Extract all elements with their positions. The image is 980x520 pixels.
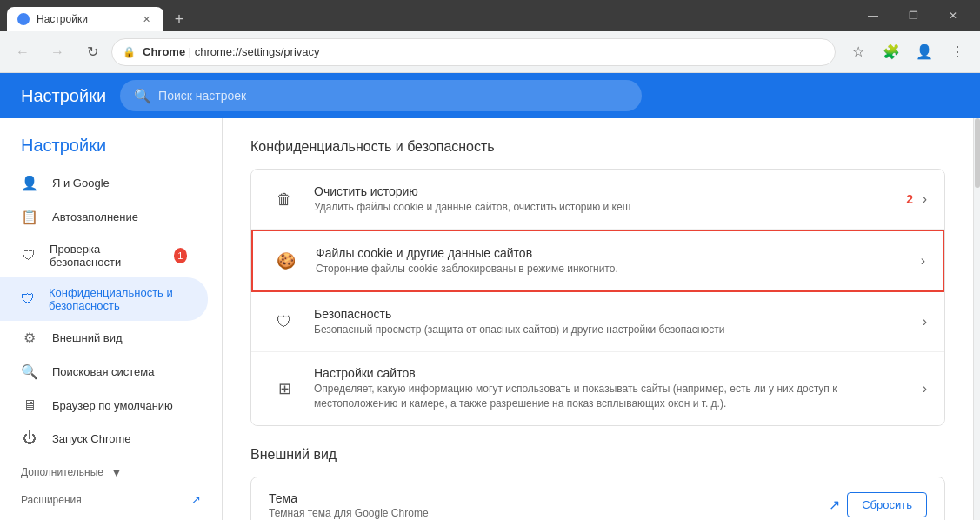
extensions-link-icon[interactable]: ↗: [191, 493, 201, 506]
launch-icon: ⏻: [21, 430, 38, 446]
site-settings-row[interactable]: ⊞ Настройки сайтов Определяет, какую инф…: [251, 352, 944, 425]
tab-close-button[interactable]: ✕: [139, 12, 153, 26]
title-bar: Настройки ✕ + — ❐ ✕: [0, 0, 980, 31]
sidebar-title: Настройки: [0, 125, 222, 166]
external-link-icon[interactable]: ↗: [829, 497, 840, 513]
cookies-desc: Сторонние файлы cookie заблокированы в р…: [316, 262, 910, 277]
tab-favicon: [17, 13, 30, 25]
clear-history-desc: Удалить файлы cookie и данные сайтов, оч…: [314, 200, 912, 215]
browser-toolbar: ← → ↻ 🔒 Chrome | chrome://settings/priva…: [0, 31, 980, 73]
cookie-icon: 🍪: [270, 245, 302, 277]
privacy-icon: 🛡: [21, 291, 35, 307]
settings-header-title: Настройки: [21, 86, 106, 106]
browser-tab[interactable]: Настройки ✕: [7, 7, 163, 31]
new-tab-button[interactable]: +: [167, 7, 191, 31]
expand-icon[interactable]: ▼: [110, 465, 123, 479]
sidebar-label-privacy: Конфиденциальность и безопасность: [49, 286, 187, 312]
star-button[interactable]: ☆: [843, 37, 874, 68]
sidebar-label-security-check: Проверка безопасности: [50, 243, 157, 269]
sidebar-item-security-check[interactable]: 🛡 Проверка безопасности 1: [0, 234, 208, 277]
appearance-section-title: Внешний вид: [250, 447, 945, 463]
sidebar-section-advanced: Дополнительные ▼: [0, 455, 222, 483]
default-browser-icon: 🖥: [21, 397, 38, 413]
site-settings-desc: Определяет, какую информацию могут испол…: [314, 382, 912, 411]
advanced-label: Дополнительные: [21, 466, 103, 478]
privacy-section-title: Конфиденциальность и безопасность: [250, 139, 945, 155]
sidebar-item-appearance[interactable]: ⚙ Внешний вид: [0, 321, 208, 355]
security-row[interactable]: 🛡 Безопасность Безопасный просмотр (защи…: [251, 292, 944, 352]
theme-desc: Темная тема для Google Chrome: [269, 507, 829, 519]
search-engine-icon: 🔍: [21, 363, 38, 380]
sidebar-label-launch: Запуск Chrome: [52, 432, 131, 445]
appearance-settings-card: Тема Темная тема для Google Chrome ↗ Сбр…: [250, 477, 945, 520]
extensions-label: Расширения: [21, 494, 82, 506]
autofill-icon: 📋: [21, 209, 38, 225]
security-icon: 🛡: [269, 306, 300, 337]
cookies-row[interactable]: 🍪 Файлы cookie и другие данные сайтов Ст…: [251, 230, 944, 292]
clear-history-title: Очистить историю: [314, 184, 912, 198]
arrow-icon-3: ›: [923, 314, 927, 330]
search-bar[interactable]: 🔍: [120, 80, 642, 111]
forward-button[interactable]: →: [42, 37, 73, 68]
cookies-title: Файлы cookie и другие данные сайтов: [316, 246, 910, 260]
reload-button[interactable]: ↻: [77, 37, 108, 68]
sidebar-item-privacy[interactable]: 🛡 Конфиденциальность и безопасность: [0, 277, 208, 321]
theme-title: Тема: [269, 491, 829, 505]
sidebar: Настройки 👤 Я и Google 📋 Автозаполнение …: [0, 118, 223, 520]
url-text: Chrome | chrome://settings/privacy: [143, 45, 824, 58]
extensions-button[interactable]: 🧩: [876, 37, 907, 68]
address-bar[interactable]: 🔒 Chrome | chrome://settings/privacy: [111, 38, 836, 66]
security-check-icon: 🛡: [21, 248, 36, 263]
arrow-icon-2: ›: [921, 253, 925, 269]
scrollbar-thumb[interactable]: [975, 118, 980, 188]
url-site: Chrome: [143, 45, 185, 58]
cookies-content: Файлы cookie и другие данные сайтов Стор…: [316, 246, 910, 277]
settings-header-bar: Настройки 🔍: [0, 73, 980, 118]
url-separator: |: [189, 45, 195, 58]
tab-title: Настройки: [37, 13, 88, 25]
back-button[interactable]: ←: [7, 37, 38, 68]
content-area: Конфиденциальность и безопасность 🗑 Очис…: [223, 118, 973, 520]
main-layout: Настройки 👤 Я и Google 📋 Автозаполнение …: [0, 118, 980, 520]
appearance-icon: ⚙: [21, 330, 38, 346]
lock-icon: 🔒: [123, 46, 136, 58]
arrow-icon-4: ›: [923, 381, 927, 397]
restore-button[interactable]: ❐: [893, 3, 933, 28]
sidebar-label-autofill: Автозаполнение: [52, 210, 138, 223]
arrow-icon: ›: [923, 191, 927, 207]
security-badge: 1: [174, 248, 187, 263]
sidebar-item-search[interactable]: 🔍 Поисковая система: [0, 355, 208, 389]
sidebar-item-google[interactable]: 👤 Я и Google: [0, 166, 208, 200]
theme-actions: ↗ Сбросить: [829, 492, 927, 517]
sidebar-item-default-browser[interactable]: 🖥 Браузер по умолчанию: [0, 389, 208, 422]
badge-2: 2: [906, 192, 913, 206]
toolbar-actions: ☆ 🧩 👤 ⋮: [843, 37, 973, 68]
close-button[interactable]: ✕: [933, 3, 973, 28]
search-icon: 🔍: [134, 88, 151, 104]
sidebar-label-appearance: Внешний вид: [52, 331, 123, 344]
url-path: chrome://settings/privacy: [195, 45, 320, 58]
sidebar-label-google: Я и Google: [52, 177, 110, 190]
clear-history-row[interactable]: 🗑 Очистить историю Удалить файлы cookie …: [251, 170, 944, 230]
site-settings-title: Настройки сайтов: [314, 366, 912, 380]
site-settings-content: Настройки сайтов Определяет, какую инфор…: [314, 366, 912, 411]
window-controls: — ❐ ✕: [853, 3, 973, 31]
avatar-button[interactable]: 👤: [909, 37, 940, 68]
privacy-settings-card: 🗑 Очистить историю Удалить файлы cookie …: [250, 169, 945, 426]
security-title: Безопасность: [314, 307, 912, 321]
sidebar-item-about[interactable]: О браузере Chrome: [0, 510, 208, 520]
sidebar-section-extensions: Расширения ↗: [0, 483, 222, 510]
menu-button[interactable]: ⋮: [942, 37, 973, 68]
user-icon: 👤: [21, 175, 38, 191]
reset-theme-button[interactable]: Сбросить: [847, 492, 927, 517]
clear-history-content: Очистить историю Удалить файлы cookie и …: [314, 184, 912, 215]
scrollbar[interactable]: [973, 118, 980, 520]
sidebar-item-launch[interactable]: ⏻ Запуск Chrome: [0, 422, 208, 455]
search-input[interactable]: [158, 89, 628, 103]
sidebar-item-autofill[interactable]: 📋 Автозаполнение: [0, 200, 208, 234]
security-content: Безопасность Безопасный просмотр (защита…: [314, 307, 912, 337]
security-desc: Безопасный просмотр (защита от опасных с…: [314, 323, 912, 337]
sidebar-label-search: Поисковая система: [52, 365, 155, 378]
minimize-button[interactable]: —: [853, 3, 893, 28]
sliders-icon: ⊞: [269, 373, 300, 404]
